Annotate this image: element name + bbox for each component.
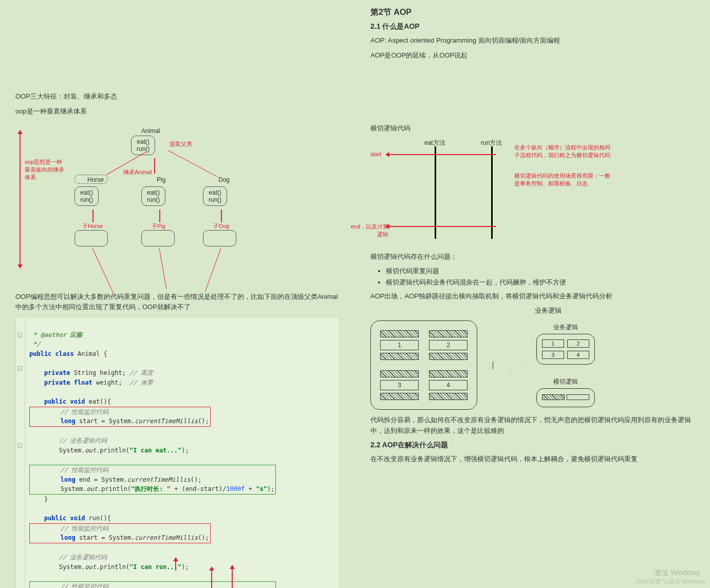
- oop-features: OOP三大特征：封装、继承和多态: [15, 91, 340, 102]
- inherit-label: 继承Animal: [123, 168, 152, 176]
- problem-title: 横切逻辑代码存在什么问题：: [370, 252, 695, 262]
- extract-label: 提取父类: [170, 140, 192, 148]
- cross-diagram: eat方法 run方法 start end，以及计算逻辑 在多个纵向（顺序）流程…: [370, 139, 695, 246]
- watermark-sub: 转到"设置"以激活 Windows: [637, 578, 705, 585]
- end-label: end，以及计算逻辑: [350, 223, 388, 238]
- cross-title: 横切逻辑代码: [370, 123, 695, 134]
- subsection-2-1: 2.1 什么是AOP: [370, 22, 695, 31]
- start-label: start: [370, 151, 381, 157]
- biz-small-box: 12 34: [536, 334, 595, 365]
- biz-small-label: 业务逻辑: [536, 323, 595, 332]
- cross-small-box: [536, 388, 595, 407]
- biz-diagram: 1 2 3 4 业务逻辑 12 34 横切逻辑: [370, 320, 695, 410]
- sub-pig-label: 子Pig: [152, 222, 165, 230]
- sub-horse-label: 子Horse: [82, 222, 103, 230]
- arrow-icon: [493, 356, 521, 374]
- aop-mechanism: AOP出场，AOP独辟蹊径提出横向抽取机制，将横切逻辑代码和业务逻辑代码分析: [370, 291, 695, 302]
- sub-dog-label: 子Dog: [213, 222, 229, 230]
- side-annotation: oop思想是一种垂直纵向的继承体系: [25, 158, 66, 181]
- animal-node: eat() run(): [131, 136, 155, 155]
- watermark: 激活 Windows: [654, 568, 700, 578]
- horse-node: eat() run(): [74, 186, 99, 206]
- dog-node: eat() run(): [203, 186, 227, 206]
- biz-logic-label: 业务逻辑: [401, 306, 695, 315]
- oop-limitation: OOP编程思想可以解决大多数的代码重复问题，但是有一些情况是处理不了的，比如下面…: [15, 292, 340, 313]
- oop-vertical: oop是一种垂直继承体系: [15, 106, 340, 117]
- pig-node: eat() run(): [141, 186, 165, 206]
- sub-pig-node: [141, 230, 175, 246]
- aop-definition: AOP: Aspect oriented Programming 面向切面编程/…: [370, 35, 695, 46]
- cross-small-label: 横切逻辑: [536, 377, 595, 386]
- sub-horse-node: [74, 230, 108, 246]
- final-para: 在不改变原有业务逻辑情况下，增强横切逻辑代码，根本上解耦合，避免横切逻辑代码重复: [370, 454, 695, 465]
- list-item: 横切代码重复问题: [386, 267, 695, 276]
- dog-label: Dog: [218, 176, 230, 183]
- biz-big-box: 1 2 3 4: [370, 320, 477, 410]
- list-item: 横切逻辑代码和业务代码混杂在一起，代码臃肿，维护不方便: [386, 278, 695, 287]
- aop-oop-relation: AOP是OOP的延续，从OOP说起: [370, 50, 695, 61]
- pig-label: Pig: [157, 176, 165, 183]
- cross-note-1: 在多个纵向（顺序）流程中出现的相同子流程代码，我们称之为横切逻辑代码: [514, 144, 614, 159]
- sub-dog-node: [203, 230, 236, 246]
- subsection-2-2: 2.2 AOP在解决什么问题: [370, 441, 695, 450]
- section-title: 第2节 AOP: [370, 7, 695, 18]
- code-block: --- * @author 应癫 */ public class Animal …: [15, 317, 340, 588]
- split-note: 代码拆分容易，那么如何在不改变原有业务逻辑的情况下，悄无声息的把横切逻辑代码应用…: [370, 415, 695, 437]
- problem-list: 横切代码重复问题 横切逻辑代码和业务代码混杂在一起，代码臃肿，维护不方便: [386, 267, 695, 287]
- oop-diagram: oop思想是一种垂直纵向的继承体系 Animal eat() run() 提取父…: [15, 127, 340, 281]
- cross-note-2: 横切逻辑代码的使用场景很有限：一般是事务控制、权限校验、日志: [514, 172, 614, 187]
- horse-dotted: [74, 175, 108, 184]
- animal-label: Animal: [141, 127, 160, 135]
